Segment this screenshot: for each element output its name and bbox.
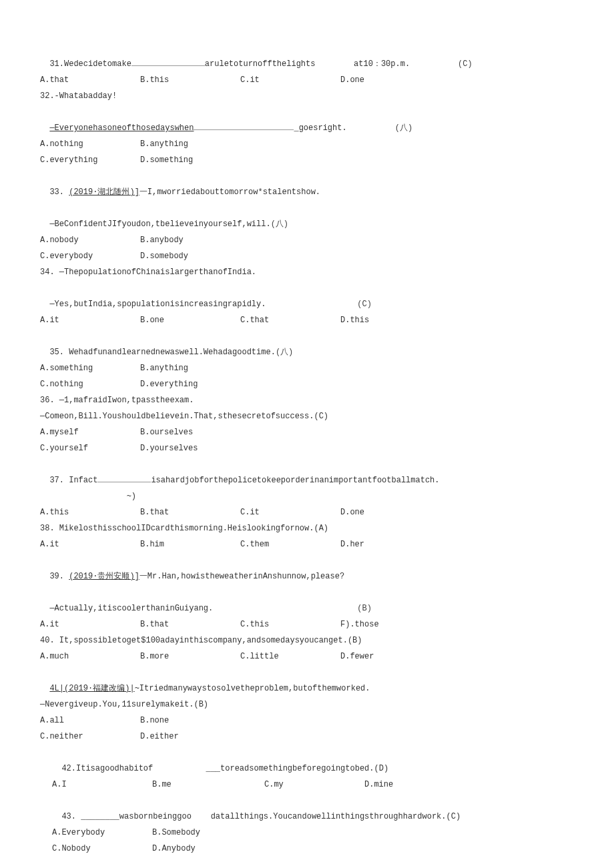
- q33-l1: 33. (2019·湖北随州)]一I,mworriedabouttomorrow…: [40, 168, 574, 200]
- q32-blank: [194, 122, 294, 130]
- q42-l1: 42.Itisagoodhabitof ___toreadsomethingbe…: [40, 745, 574, 777]
- q39-ans: (B): [357, 604, 372, 613]
- q39-opts: A.it B.that C.this F).those: [40, 616, 574, 632]
- q43-b: B.Somebody: [152, 825, 252, 841]
- q37-mid-text: ~): [127, 492, 136, 501]
- q39-c: C.this: [240, 616, 340, 632]
- q32-ans: (八): [395, 123, 412, 133]
- q34-d: D.this: [340, 312, 440, 328]
- q43-a: A.Everybody: [52, 825, 152, 841]
- q32-l2b: _goesright.: [294, 123, 346, 133]
- q35-b: B.anything: [140, 360, 240, 376]
- q35-opts-row2: C.nothing D.everything: [40, 376, 574, 392]
- q35-ans: (八): [276, 348, 293, 357]
- q32-l2: —Everyonehasoneofthosedayswhen_goesright…: [40, 104, 574, 136]
- q31-c: C.it: [240, 72, 340, 88]
- q36-b: B.ourselves: [140, 424, 240, 440]
- q33-b: B.anybody: [140, 232, 240, 248]
- q37-c: C.it: [240, 504, 340, 520]
- q43-l1b: datallthings.Youcandowellinthingsthrough…: [211, 812, 460, 821]
- q34-l2: —Yes,butIndia,spopulationisincreasingrap…: [49, 300, 266, 309]
- q40-l1: 40. It,spossibletoget$100adayinthiscompa…: [40, 632, 574, 648]
- q43-d: D.Anybody: [152, 841, 252, 857]
- q33-l2: —BeConfidentJIfyoudon,tbelieveinyourself…: [49, 220, 270, 229]
- q34-l2w: —Yes,butIndia,spopulationisincreasingrap…: [40, 280, 574, 312]
- q39-a: A.it: [40, 616, 140, 632]
- q41-opts-row2: C.neither D.either: [40, 729, 574, 745]
- q31-ans: (C): [458, 59, 473, 69]
- q41-b: B.none: [140, 713, 240, 729]
- q32-l2a: —Everyonehasoneofthosedayswhen: [49, 123, 194, 133]
- q35-a: A.something: [40, 360, 140, 376]
- q34-l1: 34. —ThepopulationofChinaislargerthanofI…: [40, 264, 574, 280]
- q33-ans: (八): [271, 220, 288, 229]
- q34-opts: A.it B.one C.that D.this: [40, 312, 574, 328]
- q38-opts: A.it B.him C.them D.her: [40, 536, 574, 552]
- q42-l1b: ___toreadsomethingbeforegoingtobed.(D): [206, 764, 388, 773]
- q36-a: A.myself: [40, 424, 140, 440]
- q39-b: B.that: [140, 616, 240, 632]
- q43-l1a: 43. ________wasbornbeinggoo: [61, 812, 191, 821]
- q31-num: 31.Wedecidetomake: [49, 59, 131, 69]
- q43-opts-row1: A.Everybody B.Somebody: [40, 825, 574, 841]
- q41-d: D.either: [140, 729, 240, 745]
- q34-c: C.that: [240, 312, 340, 328]
- q32-opts-row2: C.everything D.something: [40, 152, 574, 168]
- q41-l1b: ~Itriedmanywaystosolvetheproblem,butofth…: [135, 684, 370, 693]
- q43-l1: 43. ________wasbornbeinggoo datallthings…: [40, 793, 574, 825]
- q38-l1: 38. MikelosthisschoolIDcardthismorning.H…: [40, 520, 574, 536]
- q39-l1: 39. (2019·贵州安顺)]一Mr.Han,howistheweatheri…: [40, 552, 574, 584]
- q40-opts: A.much B.more C.little D.fewer: [40, 648, 574, 665]
- q40-d: D.fewer: [340, 648, 440, 665]
- q31-b: B.this: [140, 72, 240, 88]
- q34-a: A.it: [40, 312, 140, 328]
- q33-l1b: (2019·湖北随州)]: [69, 187, 139, 197]
- q39-l2: —Actually,itiscoolerthaninGuiyang.: [49, 604, 213, 613]
- q31-a: A.that: [40, 72, 140, 88]
- q36-d: D.yourselves: [140, 440, 240, 456]
- q33-d: D.somebody: [140, 248, 240, 264]
- q41-opts-row1: A.all B.none: [40, 713, 574, 729]
- q33-opts-row1: A.nobody B.anybody: [40, 232, 574, 248]
- q31-blank: [131, 58, 205, 66]
- q38-c: C.them: [240, 536, 340, 552]
- q37-l1b: isahardjobforthepolicetokeeporderinanimp…: [151, 476, 439, 485]
- q42-opts: A.I B.me C.my D.mine: [40, 777, 574, 793]
- q37-l1: 37. Infactisahardjobforthepolicetokeepor…: [40, 456, 574, 488]
- q39-l1a: 39.: [49, 572, 64, 581]
- q36-opts-row1: A.myself B.ourselves: [40, 424, 574, 440]
- q43-c: C.Nobody: [52, 841, 152, 857]
- q36-c: C.yourself: [40, 440, 140, 456]
- q31-time: at10：30p.m.: [354, 59, 410, 69]
- q35-c: C.nothing: [40, 376, 140, 392]
- q33-c: C.everybody: [40, 248, 140, 264]
- q37-blank: [97, 474, 151, 482]
- q43-opts-row2: C.Nobody D.Anybody: [40, 841, 574, 857]
- q32-c: C.everything: [40, 152, 140, 168]
- q37-opts: A.this B.that C.it D.one: [40, 504, 574, 520]
- q35-opts-row1: A.something B.anything: [40, 360, 574, 376]
- q32-b: B.anything: [140, 136, 240, 152]
- q39-l2w: —Actually,itiscoolerthaninGuiyang. (B): [40, 584, 574, 616]
- q37-mid: ~): [40, 488, 574, 504]
- q39-d: F).those: [340, 616, 440, 632]
- q41-l1a: 4L|(2019·福建改编)|: [49, 684, 134, 693]
- q41-a: A.all: [40, 713, 140, 729]
- q32-d: D.something: [140, 152, 240, 168]
- q42-d: D.mine: [364, 777, 465, 793]
- q33-opts-row2: C.everybody D.somebody: [40, 248, 574, 264]
- q39-l1c: 一Mr.Han,howistheweatherinAnshunnow,pleas…: [139, 572, 344, 581]
- q42-a: A.I: [52, 777, 152, 793]
- q31-opts: A.that B.this C.it D.one: [40, 72, 574, 88]
- q36-l1: 36. —1,mafraidIwon,tpasstheexam.: [40, 392, 574, 408]
- q41-l1: 4L|(2019·福建改编)|~Itriedmanywaystosolvethe…: [40, 665, 574, 697]
- q38-b: B.him: [140, 536, 240, 552]
- q35-l1: 35. Wehadfunandlearnednewaswell.Wehadago…: [49, 348, 275, 357]
- q38-a: A.it: [40, 536, 140, 552]
- q35-l1w: 35. Wehadfunandlearnednewaswell.Wehadago…: [40, 328, 574, 360]
- q36-l2: —Comeon,Bill.Youshouldbelievein.That,sth…: [40, 408, 574, 424]
- q34-b: B.one: [140, 312, 240, 328]
- q32-opts-row1: A.nothing B.anything: [40, 136, 574, 152]
- q34-ans: (C): [357, 300, 372, 309]
- q37-a: A.this: [40, 504, 140, 520]
